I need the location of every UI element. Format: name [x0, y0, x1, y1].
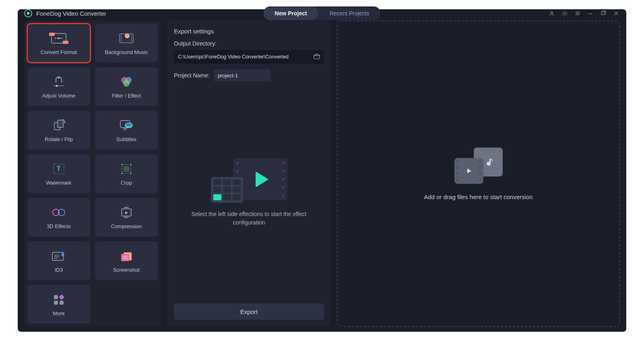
svg-rect-10: [49, 33, 55, 36]
svg-rect-35: [124, 166, 129, 172]
svg-text:T: T: [57, 165, 61, 172]
tile-screenshot[interactable]: Screenshot: [95, 241, 158, 280]
svg-point-1: [564, 12, 566, 14]
filter-effect-icon: [118, 75, 134, 89]
app-title-group: FoneDog Video Converter: [24, 9, 106, 17]
svg-rect-58: [60, 301, 64, 305]
svg-rect-57: [54, 301, 58, 305]
screenshot-icon: [118, 249, 134, 263]
export-panel: Export settings Output Directory: C:\Use…: [167, 21, 330, 327]
svg-rect-54: [123, 256, 128, 260]
tile-filter-effect[interactable]: Filter / Effect: [95, 67, 158, 106]
svg-point-12: [55, 37, 56, 39]
rotate-flip-icon: [51, 119, 67, 132]
tile-adjust-volume[interactable]: Adjust Volume: [27, 67, 90, 106]
svg-point-0: [551, 11, 553, 13]
tile-label: Background Music: [105, 49, 148, 55]
output-directory-value: C:\Users\pc\FoneDog Video Converter\Conv…: [178, 54, 289, 60]
export-settings-title: Export settings: [174, 28, 324, 35]
effect-illustration-icon: [211, 158, 287, 203]
svg-point-38: [121, 173, 122, 174]
tile-watermark[interactable]: T Watermark: [27, 154, 90, 193]
window-controls: [548, 10, 620, 17]
tools-panel: Convert Format Background Music Adjust V…: [24, 21, 161, 327]
export-hint: Select the left side effections to start…: [174, 210, 324, 227]
tile-label: Subtitles: [116, 136, 136, 142]
gear-icon[interactable]: [561, 10, 568, 17]
svg-rect-6: [601, 11, 605, 15]
tile-label: Compression: [111, 223, 142, 229]
output-directory-label: Output Directory:: [174, 40, 324, 47]
export-placeholder: Select the left side effections to start…: [174, 81, 324, 304]
tile-label: ID3: [55, 267, 63, 273]
tile-label: Adjust Volume: [42, 93, 75, 99]
svg-point-24: [123, 80, 130, 87]
tile-convert-format[interactable]: Convert Format: [27, 24, 90, 62]
svg-point-21: [56, 85, 58, 87]
tile-label: 3D Effects: [47, 223, 71, 229]
output-directory-field[interactable]: C:\Users\pc\FoneDog Video Converter\Conv…: [174, 50, 324, 64]
svg-rect-56: [59, 294, 64, 299]
svg-point-19: [58, 77, 60, 79]
tile-label: Watermark: [46, 180, 71, 186]
tile-label: Rotate / Flip: [45, 136, 73, 142]
close-icon[interactable]: [613, 10, 620, 17]
tab-label: Recent Projects: [330, 10, 369, 17]
titlebar: FoneDog Video Converter New Project Rece…: [18, 9, 626, 17]
tile-more[interactable]: More: [27, 285, 90, 324]
more-icon: [51, 293, 67, 306]
minimize-icon[interactable]: [587, 10, 594, 17]
crop-icon: [118, 162, 134, 176]
tile-label: Convert Format: [41, 49, 77, 55]
svg-rect-16: [121, 35, 122, 42]
tile-crop[interactable]: Crop: [95, 154, 158, 193]
menu-icon[interactable]: [574, 10, 581, 17]
adjust-volume-icon: [51, 75, 67, 89]
watermark-icon: T: [51, 162, 67, 176]
app-window: FoneDog Video Converter New Project Rece…: [18, 9, 626, 332]
drop-zone[interactable]: Add or drag files here to start conversi…: [337, 21, 620, 327]
svg-rect-47: [52, 252, 64, 260]
id3-icon: [51, 249, 67, 263]
svg-point-37: [130, 164, 131, 165]
drop-illustration-icon: [454, 148, 503, 184]
svg-rect-26: [58, 120, 63, 127]
tile-background-music[interactable]: Background Music: [95, 24, 158, 62]
tile-label: Crop: [121, 180, 132, 186]
svg-point-14: [62, 37, 63, 39]
svg-rect-13: [57, 37, 60, 39]
tile-subtitles[interactable]: Subtitles: [95, 111, 158, 150]
project-name-input[interactable]: [214, 69, 271, 81]
tile-rotate-flip[interactable]: Rotate / Flip: [27, 111, 90, 150]
tile-compression[interactable]: Compression: [95, 198, 158, 237]
tile-label: Filter / Effect: [112, 93, 141, 99]
tile-3d-effects[interactable]: 3D Effects: [27, 198, 90, 237]
tile-label: Screenshot: [113, 267, 140, 273]
app-logo-icon: [24, 9, 32, 17]
compression-icon: [118, 206, 134, 219]
3d-effects-icon: [51, 206, 67, 219]
tile-label: More: [53, 310, 65, 316]
tab-label: New Project: [275, 10, 307, 17]
maximize-icon[interactable]: [600, 10, 607, 17]
svg-point-39: [130, 173, 131, 174]
svg-rect-55: [54, 295, 58, 299]
background-music-icon: [118, 31, 134, 45]
project-name-label: Project Name:: [174, 72, 210, 79]
export-button-label: Export: [240, 308, 258, 315]
export-button[interactable]: Export: [174, 304, 324, 320]
svg-marker-27: [64, 121, 66, 123]
account-icon[interactable]: [548, 10, 555, 17]
main-body: Convert Format Background Music Adjust V…: [18, 17, 626, 333]
tab-new-project[interactable]: New Project: [264, 6, 318, 20]
browse-folder-icon[interactable]: [314, 54, 320, 60]
svg-point-36: [121, 164, 122, 165]
tab-recent-projects[interactable]: Recent Projects: [318, 6, 381, 20]
app-title: FoneDog Video Converter: [36, 10, 106, 17]
svg-marker-61: [467, 168, 471, 173]
drop-hint: Add or drag files here to start conversi…: [424, 193, 533, 200]
svg-marker-44: [125, 211, 128, 214]
svg-rect-11: [63, 41, 68, 44]
tile-id3[interactable]: ID3: [27, 241, 90, 280]
project-tabs: New Project Recent Projects: [264, 6, 381, 20]
